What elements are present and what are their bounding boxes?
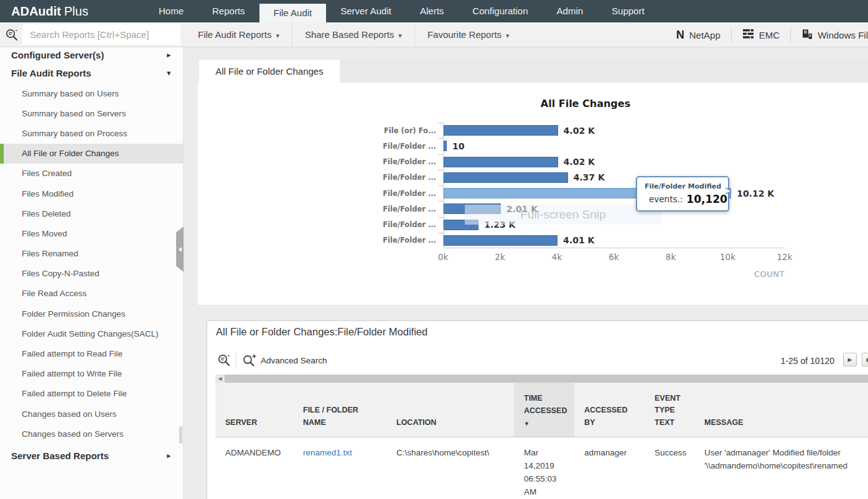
link-label: EMC bbox=[759, 30, 780, 40]
menu-label: File Audit Reports bbox=[198, 29, 271, 40]
chart-category-label: File/Folder ... bbox=[383, 142, 436, 151]
sidebar-item-failed-attempt-to-read-file[interactable]: Failed attempt to Read File bbox=[0, 343, 183, 363]
file-link[interactable]: renamed1.txt bbox=[303, 448, 352, 457]
chart-bar[interactable] bbox=[444, 157, 558, 167]
column-header-time-accessed[interactable]: TIME ACCESSED▼ bbox=[514, 383, 574, 437]
scroll-left-button[interactable]: ◀ bbox=[215, 375, 225, 383]
group-label: Server Based Reports bbox=[11, 450, 109, 461]
link-netapp[interactable]: N NetApp bbox=[666, 27, 731, 42]
column-header-server[interactable]: SERVER bbox=[215, 383, 293, 437]
chart-bar-value: 10 bbox=[452, 141, 464, 151]
sidebar-item-failed-attempt-to-write-file[interactable]: Failed attempt to Write File bbox=[0, 364, 183, 384]
advanced-search-link[interactable]: Advanced Search bbox=[261, 356, 327, 365]
sidebar-item-files-deleted[interactable]: Files Deleted bbox=[0, 203, 183, 223]
sidebar-item-summary-based-on-servers[interactable]: Summary based on Servers bbox=[0, 103, 183, 123]
column-header-accessed-by[interactable]: ACCESSED BY bbox=[574, 383, 645, 437]
collapse-left-icon bbox=[179, 247, 182, 252]
sidebar-item-summary-based-on-process[interactable]: Summary based on Process bbox=[0, 123, 183, 143]
sidebar-group-server-based-reports[interactable]: Server Based Reports ▸ bbox=[0, 444, 183, 467]
search-icon[interactable] bbox=[5, 28, 19, 44]
group-label: File Audit Reports bbox=[11, 68, 91, 78]
sidebar-collapse-handle[interactable] bbox=[176, 226, 184, 272]
chevron-down-icon: ▾ bbox=[167, 69, 170, 77]
column-label-wrap: TIME ACCESSED▼ bbox=[524, 393, 569, 429]
sidebar-item-folder-audit-setting-changes-sacl[interactable]: Folder Audit Setting Changes(SACL) bbox=[0, 324, 183, 343]
sidebar-item-files-created[interactable]: Files Created bbox=[0, 164, 183, 184]
cell-location: C:\shares\home\copitest\ bbox=[386, 437, 514, 499]
column-label: ACCESSED BY bbox=[584, 404, 640, 429]
column-header-message[interactable]: MESSAGE bbox=[694, 383, 868, 437]
nav-item-support[interactable]: Support bbox=[597, 0, 659, 22]
horizontal-scrollbar: ◀ bbox=[215, 375, 868, 383]
chart-bar[interactable] bbox=[444, 125, 558, 136]
nav-item-file-audit[interactable]: File Audit bbox=[259, 4, 327, 22]
menu-label: Favourite Reports bbox=[427, 29, 502, 40]
table-row: ADMANDEMO renamed1.txt C:\shares\home\co… bbox=[215, 437, 868, 499]
brand-bold: ADAudit bbox=[11, 4, 61, 18]
nav-item-server-audit[interactable]: Server Audit bbox=[326, 0, 406, 22]
sidebar-item-files-renamed[interactable]: Files Renamed bbox=[0, 244, 183, 264]
sidebar-item-changes-based-on-users[interactable]: Changes based on Users bbox=[0, 404, 183, 424]
chart-bar-line: 1.23 K bbox=[444, 217, 784, 233]
chart-bar-value: 4.02 K bbox=[564, 157, 595, 167]
nav-item-configuration[interactable]: Configuration bbox=[458, 0, 542, 22]
sidebar-group-configured-servers[interactable]: Configured Server(s) ▸ bbox=[0, 47, 183, 62]
chart-bar-value: 4.02 K bbox=[564, 126, 595, 136]
chart-bar-line: 4.02 K bbox=[444, 154, 784, 170]
bar-chart-plot: File (or) Fo...4.02 KFile/Folder ...10Fi… bbox=[443, 123, 784, 248]
column-header-file-folder-name[interactable]: FILE / FOLDER NAME bbox=[293, 383, 386, 437]
chart-bar-value: 4.37 K bbox=[574, 172, 605, 182]
nav-item-admin[interactable]: Admin bbox=[543, 0, 598, 22]
menu-share-based-reports[interactable]: Share Based Reports▾ bbox=[292, 22, 414, 47]
sidebar-item-changes-based-on-servers[interactable]: Changes based on Servers bbox=[0, 424, 183, 444]
search-icon[interactable] bbox=[217, 353, 231, 370]
sort-desc-icon: ▼ bbox=[524, 420, 569, 429]
scrollbar-thumb[interactable] bbox=[225, 375, 868, 383]
sidebar-group-file-audit-reports[interactable]: File Audit Reports ▾ bbox=[0, 62, 183, 83]
sidebar-item-file-read-access[interactable]: File Read Access bbox=[0, 284, 183, 304]
next-page-button[interactable]: ▶ bbox=[843, 353, 857, 366]
menu-favourite-reports[interactable]: Favourite Reports▾ bbox=[414, 22, 522, 47]
menu-file-audit-reports[interactable]: File Audit Reports▾ bbox=[185, 22, 292, 47]
chart-row: File (or) Fo...4.02 K bbox=[444, 123, 784, 138]
sidebar-item-files-moved[interactable]: Files Moved bbox=[0, 223, 183, 243]
chart-bar-value: 2.01 K bbox=[506, 204, 538, 214]
link-windows-file-servers[interactable]: Windows Fil bbox=[790, 27, 868, 42]
advanced-search-icon[interactable] bbox=[242, 353, 257, 370]
cell-event-type: Success bbox=[645, 437, 694, 499]
sidebar-item-summary-based-on-users[interactable]: Summary based on Users bbox=[0, 83, 183, 103]
sidebar-item-files-modified[interactable]: Files Modified bbox=[0, 184, 183, 203]
netapp-icon: N bbox=[676, 29, 684, 42]
column-header-location[interactable]: LOCATION bbox=[386, 383, 514, 437]
chart-category-label: File (or) Fo... bbox=[384, 126, 436, 135]
sidebar-scrollbar[interactable] bbox=[179, 426, 182, 444]
nav-item-home[interactable]: Home bbox=[144, 0, 198, 22]
sidebar-item-all-file-or-folder-changes[interactable]: All File or Folder Changes bbox=[0, 144, 183, 164]
chart-bar[interactable] bbox=[444, 235, 558, 246]
chart-category-label: File/Folder ... bbox=[383, 189, 436, 198]
nav-item-alerts[interactable]: Alerts bbox=[406, 0, 458, 22]
x-axis-tick: 8k bbox=[666, 252, 676, 262]
tab-all-file-or-folder-changes[interactable]: All File or Folder Changes bbox=[199, 60, 340, 83]
pagination-range: 1-25 of 10120 bbox=[766, 356, 834, 366]
chevron-down-icon: ▾ bbox=[398, 32, 402, 39]
column-header-event-type-text[interactable]: EVENT TYPE TEXT bbox=[645, 383, 694, 437]
sidebar-item-failed-attempt-to-delete-file[interactable]: Failed attempt to Delete File bbox=[0, 384, 183, 404]
link-emc[interactable]: EMC bbox=[731, 27, 790, 42]
sidebar-item-folder-permission-changes[interactable]: Folder Permission Changes bbox=[0, 304, 183, 324]
chart-row: File/Folder ...10 bbox=[444, 138, 784, 154]
chart-bar[interactable] bbox=[444, 141, 447, 151]
search-reports-input[interactable] bbox=[22, 24, 180, 45]
chart-bar[interactable] bbox=[444, 172, 568, 183]
emc-storage-icon bbox=[742, 29, 754, 41]
divider bbox=[236, 352, 236, 368]
x-axis-tick: 2k bbox=[495, 252, 505, 262]
sidebar-item-files-copy-n-pasted[interactable]: Files Copy-N-Pasted bbox=[0, 264, 183, 284]
nav-items: HomeReportsFile AuditServer AuditAlertsC… bbox=[144, 0, 659, 22]
chart-bar[interactable] bbox=[444, 220, 478, 230]
last-page-button[interactable]: ▶ bbox=[862, 353, 868, 366]
storage-type-links: N NetApp EMC Windows Fil bbox=[666, 27, 868, 42]
chart-bar[interactable] bbox=[444, 203, 501, 214]
nav-item-reports[interactable]: Reports bbox=[198, 0, 259, 22]
chart-bar-value: 1.23 K bbox=[484, 220, 515, 230]
